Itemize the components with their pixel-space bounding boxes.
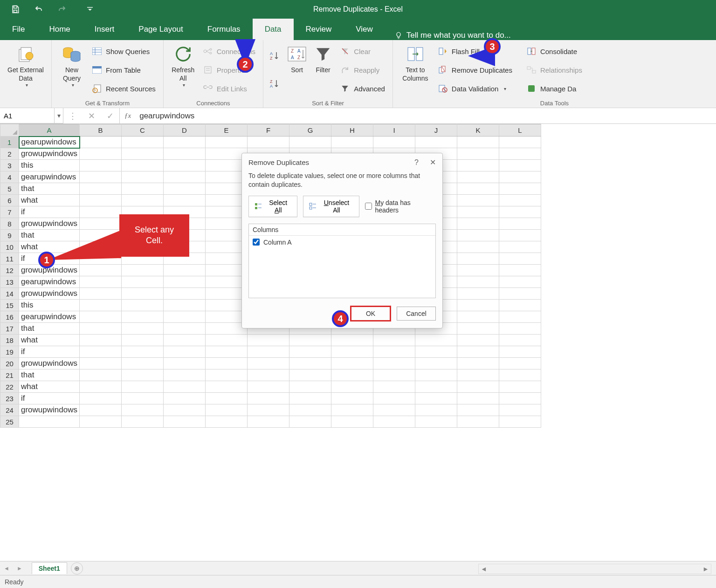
cell-J1[interactable] [415,137,457,148]
cell-G21[interactable] [289,369,331,381]
tab-page-layout[interactable]: Page Layout [126,19,195,40]
cell-B23[interactable] [80,393,122,404]
cell-E18[interactable] [206,335,248,346]
cell-B24[interactable] [80,404,122,416]
cell-G22[interactable] [289,381,331,393]
name-box[interactable]: ▾ [0,108,63,123]
cell-J21[interactable] [415,369,457,381]
refresh-all-button[interactable]: Refresh All [168,42,198,98]
cell-H19[interactable] [331,346,373,358]
cell-B20[interactable] [80,358,122,369]
cancel-formula-icon[interactable]: ✕ [82,111,101,121]
cell-D25[interactable] [164,416,206,428]
cell-K7[interactable] [457,206,499,218]
tab-view[interactable]: View [344,19,385,40]
cell-K11[interactable] [457,253,499,265]
cell-L16[interactable] [499,311,541,323]
cell-B8[interactable] [80,218,122,230]
column-header-J[interactable]: J [415,124,457,137]
formula-value[interactable]: gearupwindows [136,108,716,123]
cell-E2[interactable] [206,148,248,160]
cell-F22[interactable] [248,381,289,393]
cell-L5[interactable] [499,183,541,195]
cell-E19[interactable] [206,346,248,358]
tab-review[interactable]: Review [294,19,344,40]
save-icon[interactable] [10,4,21,14]
cell-E24[interactable] [206,404,248,416]
cell-L3[interactable] [499,160,541,171]
cell-H21[interactable] [331,369,373,381]
column-header-C[interactable]: C [122,124,164,137]
sheet-tab-sheet1[interactable]: Sheet1 [32,562,67,574]
column-header-D[interactable]: D [164,124,206,137]
cell-I19[interactable] [373,346,415,358]
cell-C17[interactable] [122,323,164,335]
cell-J20[interactable] [415,358,457,369]
add-sheet-button[interactable]: ⊕ [71,562,83,574]
cell-E14[interactable] [206,288,248,300]
cell-A21[interactable]: that [19,369,80,381]
cell-D13[interactable] [164,276,206,288]
sheet-nav-prev-icon[interactable]: ◄ [0,565,13,572]
recent-sources-button[interactable]: Recent Sources [89,82,158,96]
cell-A19[interactable]: if [19,346,80,358]
cell-H25[interactable] [331,416,373,428]
cell-L11[interactable] [499,253,541,265]
row-header-21[interactable]: 21 [0,369,19,381]
cell-L4[interactable] [499,171,541,183]
cell-L19[interactable] [499,346,541,358]
select-all-corner[interactable] [0,124,19,137]
ok-button[interactable]: OK [351,307,390,321]
cell-E16[interactable] [206,311,248,323]
cell-E22[interactable] [206,381,248,393]
cell-L17[interactable] [499,323,541,335]
cell-D23[interactable] [164,393,206,404]
cell-I22[interactable] [373,381,415,393]
cell-K9[interactable] [457,230,499,241]
cell-B22[interactable] [80,381,122,393]
cell-K4[interactable] [457,171,499,183]
sort-button[interactable]: ZAAZ Sort [285,42,309,98]
cell-F18[interactable] [248,335,289,346]
cell-E4[interactable] [206,171,248,183]
cell-D16[interactable] [164,311,206,323]
filter-button[interactable]: Filter [311,42,335,98]
cell-F19[interactable] [248,346,289,358]
cell-L8[interactable] [499,218,541,230]
cell-K2[interactable] [457,148,499,160]
cell-L22[interactable] [499,381,541,393]
cell-A2[interactable]: growupwindows [19,148,80,160]
row-header-16[interactable]: 16 [0,311,19,323]
relationships-button[interactable]: Relationships [523,63,585,77]
cell-D18[interactable] [164,335,206,346]
cell-C6[interactable] [122,195,164,206]
tab-insert[interactable]: Insert [83,19,127,40]
cell-A22[interactable]: what [19,381,80,393]
cell-F25[interactable] [248,416,289,428]
cell-I21[interactable] [373,369,415,381]
cell-B21[interactable] [80,369,122,381]
sheet-nav-next-icon[interactable]: ► [13,565,26,572]
cell-B2[interactable] [80,148,122,160]
cell-D22[interactable] [164,381,206,393]
get-external-data-button[interactable]: Get External Data [5,42,47,98]
column-header-L[interactable]: L [499,124,541,137]
cell-E6[interactable] [206,195,248,206]
cell-D14[interactable] [164,288,206,300]
my-data-has-headers[interactable]: My data has headers [365,199,436,214]
from-table-button[interactable]: From Table [89,63,158,77]
scroll-right-icon[interactable]: ► [701,565,711,573]
cell-L18[interactable] [499,335,541,346]
cell-A8[interactable]: growupwindows [19,218,80,230]
undo-icon[interactable] [34,4,44,14]
cell-L7[interactable] [499,206,541,218]
cell-C14[interactable] [122,288,164,300]
cell-H23[interactable] [331,393,373,404]
scroll-left-icon[interactable]: ◄ [479,565,489,573]
cell-A18[interactable]: what [19,335,80,346]
cell-G25[interactable] [289,416,331,428]
cell-D24[interactable] [164,404,206,416]
row-header-20[interactable]: 20 [0,358,19,369]
cell-J18[interactable] [415,335,457,346]
cell-C12[interactable] [122,265,164,276]
